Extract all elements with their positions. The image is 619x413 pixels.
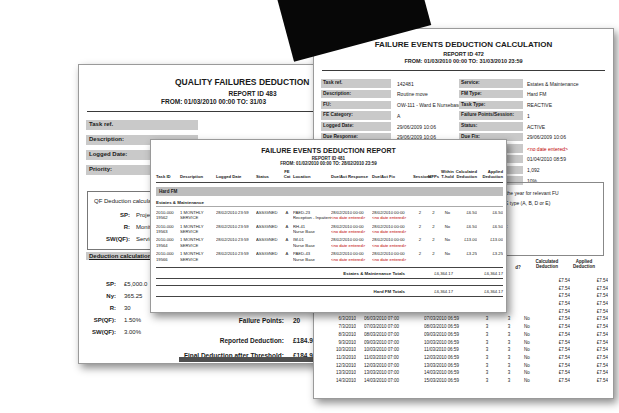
cell-fps: 3 <box>504 370 514 378</box>
cell-applied-deduction: £7.54 <box>572 286 608 294</box>
field-value: 01/04/2010 08:59 <box>527 156 566 162</box>
calc-key: SP: <box>79 281 116 287</box>
cell-period-end: 07/03/2010 06:59 <box>424 316 476 324</box>
note-line: n the year for relevant FU <box>502 190 559 196</box>
cell-applied-deduction: £7.54 <box>572 378 608 386</box>
cell-location: IM-01Nurse Base <box>293 237 331 248</box>
cell-description: 1 MONTHLYSERVICE <box>180 224 216 235</box>
cell-within-threshold: No <box>440 210 455 221</box>
cell-location: PAED-23Reception - Inpatients <box>293 210 331 221</box>
cell-period-end: 14/03/2010 06:59 <box>424 370 476 378</box>
column-header: Sessions <box>413 175 427 180</box>
cell-task-id: 2010-00019564 <box>156 237 180 248</box>
cell-due-act-response: 28/02/2010 00:00<no date entered> <box>331 210 372 221</box>
cell-sessions: 3 <box>482 347 492 355</box>
cell-within-threshold <box>520 301 534 309</box>
cell-sessions: 3 <box>482 370 492 378</box>
cell-fe-category: A <box>281 237 293 248</box>
totals-label: Hard FM Totals <box>374 289 405 294</box>
cell-date: 9/3/2010 <box>320 340 356 348</box>
cell-due-act-fix: 28/02/2010 00:00<no date entered> <box>372 224 413 235</box>
service-detail-fields: Service: Estates & Maintenance FM Type: … <box>459 79 611 144</box>
column-header-applied-deduction: Applied Deduction <box>564 259 604 270</box>
cell-calculated-deduction: £7.54 <box>536 309 570 317</box>
report-title: FAILURE EVENTS DEDUCTION REPORT <box>151 147 506 154</box>
cell-calculated-deduction: £7.54 <box>536 355 570 363</box>
cell-applied-deduction: £7.54 <box>572 363 608 371</box>
field-row: FU: OW-111 - Ward E Nursebase <box>321 101 457 112</box>
field-value: Routine move <box>397 91 428 97</box>
cell-calculated-deduction: £7.54 <box>536 316 570 324</box>
cell-fe-category: A <box>281 210 293 221</box>
task-rows: 2010-00019562 1 MONTHLYSERVICE 28/02/201… <box>156 210 503 263</box>
cell-calculated-deduction: £7.54 <box>536 332 570 340</box>
cell-due-act-fix: 28/02/2010 00:00<no date entered> <box>372 210 413 221</box>
cell-sessions: 3 <box>482 363 492 371</box>
column-header: Logged Date <box>216 175 256 180</box>
definition-key: SP: <box>90 212 130 218</box>
cell-period-end: 12/03/2010 06:59 <box>424 355 476 363</box>
cell-calculated-deduction: £7.54 <box>536 278 570 286</box>
column-header: Due/Act Response <box>331 175 372 180</box>
cell-due-act-fix: 28/02/2010 00:00<no date entered> <box>372 251 413 262</box>
cell-period-start: 12/03/2010 07:00 <box>364 363 416 371</box>
cell-task-id: 2010-00019563 <box>156 224 180 235</box>
cell-mfps: 2 <box>427 237 440 248</box>
page-background: { "colors": { "alert_red": "#c00000", "l… <box>0 0 619 413</box>
note-line: FE type (A, B, D or E) <box>502 200 550 206</box>
cell-sessions: 2 <box>413 237 427 248</box>
field-row: Task Type: REACTIVE <box>459 101 611 112</box>
cell-within-threshold: No <box>520 316 534 324</box>
cell-period-end: 08/03/2010 06:59 <box>424 324 476 332</box>
cell-period-start: 11/03/2010 07:00 <box>364 355 416 363</box>
cell-applied-deduction: £7.54 <box>572 293 608 301</box>
cell-sessions: 2 <box>413 210 427 221</box>
result-value: 20 <box>293 317 300 324</box>
cell-calculated-deduction: £6.50 <box>455 210 477 221</box>
service-group-label: Estates & Maintenance <box>156 200 503 207</box>
cell-applied-deduction: £7.54 <box>572 370 608 378</box>
cell-period-end: 09/03/2010 06:59 <box>424 332 476 340</box>
cell-calculated-deduction: £7.54 <box>536 363 570 371</box>
cell-fps: 3 <box>504 355 514 363</box>
cell-due-act-response: 28/02/2010 00:00<no date entered> <box>331 224 372 235</box>
cell-calculated-deduction: £7.54 <box>536 286 570 294</box>
table-row: 2010-00019562 1 MONTHLYSERVICE 28/02/201… <box>156 210 503 221</box>
cell-within-threshold: No <box>520 363 534 371</box>
column-header: MFPs <box>427 175 440 180</box>
table-row: 8/3/2010 08/03/2010 07:00 09/03/2010 06:… <box>320 332 608 340</box>
cell-within-threshold: No <box>440 237 455 248</box>
field-row: Status: ACTIVE <box>459 122 611 133</box>
cell-mfps: 2 <box>427 224 440 235</box>
field-row: FM Type: Hard FM <box>459 90 611 101</box>
cell-date: 7/3/2010 <box>320 324 356 332</box>
cell-date: 6/3/2010 <box>320 316 356 324</box>
field-value: REACTIVE <box>527 102 552 108</box>
cell-sessions: 2 <box>413 224 427 235</box>
cell-within-threshold: No <box>520 332 534 340</box>
cell-within-threshold: No <box>520 324 534 332</box>
cell-within-threshold: No <box>520 378 534 386</box>
cell-date: 8/3/2010 <box>320 332 356 340</box>
cell-within-threshold <box>520 286 534 294</box>
divider <box>322 70 605 71</box>
cell-sessions: 3 <box>482 332 492 340</box>
cell-status: ASSIGNED <box>256 210 281 221</box>
cell-status: ASSIGNED <box>256 251 281 262</box>
cell-fps: 3 <box>504 332 514 340</box>
field-value: 29/06/2009 10:06 <box>527 134 566 140</box>
cell-fps: 3 <box>504 363 514 371</box>
cell-due-act-response: 28/02/2010 00:00<no date entered> <box>331 237 372 248</box>
cell-applied-deduction: £7.54 <box>572 347 608 355</box>
cell-mfps: 2 <box>427 251 440 262</box>
cell-within-threshold: No <box>440 251 455 262</box>
field-row: Task ref. <box>86 120 216 135</box>
calc-value: 30 <box>124 305 131 311</box>
task-detail-fields: Task ref. 142481 Description: Routine mo… <box>321 79 457 144</box>
field-label: Logged Date: <box>321 122 391 131</box>
calc-key: R: <box>79 305 116 311</box>
cell-description: 1 MONTHLYSERVICE <box>180 251 216 262</box>
cell-period-start: 13/03/2010 07:00 <box>364 370 416 378</box>
field-row: Failure Points/Session: 1 <box>459 111 611 122</box>
field-label: Task ref. <box>86 120 198 130</box>
